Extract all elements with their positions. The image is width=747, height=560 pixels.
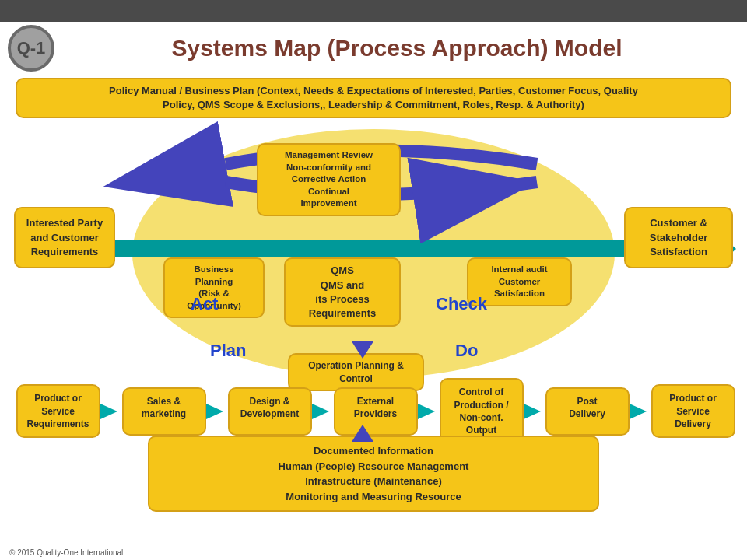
label-act: Act (191, 294, 218, 314)
policy-banner: Policy Manual / Business Plan (Context, … (16, 78, 731, 118)
proc-box-sales: Sales &marketing (122, 387, 206, 436)
arrow-2 (206, 404, 228, 419)
top-bar (0, 0, 747, 22)
proc-box-delivery: Product orServiceDelivery (651, 384, 735, 438)
label-plan: Plan (210, 341, 246, 361)
header-area: Q-1 Systems Map (Process Approach) Model (0, 22, 747, 75)
qms-box: QMSQMS andits ProcessRequirements (284, 257, 401, 327)
proc-box-external: ExternalProviders (334, 387, 418, 436)
arrow-3 (312, 404, 334, 419)
purple-up-arrow (352, 425, 374, 442)
arrow-4 (418, 404, 440, 419)
copyright: © 2015 Quality-One International (9, 548, 123, 557)
label-do: Do (455, 341, 478, 361)
teal-arrow (23, 240, 724, 257)
purple-down-arrow (352, 341, 374, 359)
customer-satisfaction-box: Customer &StakeholderSatisfaction (624, 207, 733, 268)
proc-box-requirements: Product orServiceRequirements (16, 384, 100, 438)
page: Q-1 Systems Map (Process Approach) Model… (0, 0, 747, 560)
diagram-area: Interested Partyand CustomerRequirements… (0, 121, 747, 526)
logo: Q-1 (8, 25, 54, 72)
management-review-box: Management ReviewNon-conformity andCorre… (257, 143, 401, 216)
bottom-process-row: Product orServiceRequirements Sales &mar… (0, 378, 747, 444)
interested-party-box: Interested Partyand CustomerRequirements (14, 207, 115, 268)
page-title: Systems Map (Process Approach) Model (62, 35, 731, 61)
proc-box-control: Control ofProduction /Non-conf.Output (440, 378, 524, 444)
bottom-info-box: Documented InformationHuman (People) Res… (148, 436, 599, 512)
arrow-5 (524, 404, 545, 419)
arrow-6 (630, 404, 651, 419)
proc-box-design: Design &Development (228, 387, 312, 436)
arrow-1 (100, 404, 122, 419)
proc-box-post: PostDelivery (545, 387, 630, 436)
label-check: Check (436, 294, 487, 314)
